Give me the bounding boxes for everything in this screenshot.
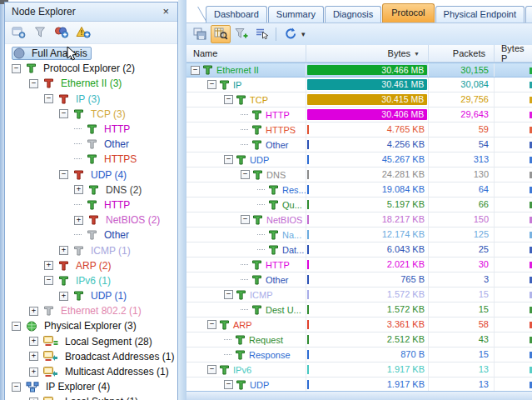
collapse-icon[interactable]: − (241, 215, 250, 224)
collapse-icon[interactable]: − (29, 79, 38, 88)
tree-item-dns-2[interactable]: +DNS (2) (5, 182, 177, 198)
tree-item-ethernet-802-2-1[interactable]: +Ethernet 802.2 (1) (5, 303, 177, 318)
expand-icon[interactable]: + (29, 337, 38, 346)
tree-item-http[interactable]: HTTP (5, 122, 177, 137)
expand-icon[interactable]: + (59, 246, 68, 255)
add-alarm-button[interactable] (73, 24, 93, 41)
tree-item-protocol-explorer-2[interactable]: −Protocol Explorer (2) (5, 61, 177, 76)
tree-item-ethernet-ii-3[interactable]: −Ethernet II (3) (5, 76, 177, 91)
tab-diagnosis[interactable]: Diagnosis (325, 6, 381, 22)
tree-item-broadcast-addresses-1[interactable]: +Broadcast Addresses (1) (5, 349, 177, 364)
protocol-row-res[interactable]: Res...19.084 KB64 (186, 182, 532, 198)
tree-item-other[interactable]: Other (5, 228, 177, 242)
collapse-icon[interactable]: − (207, 80, 216, 89)
cell-bytes: 24.281 KB (306, 168, 429, 182)
collapse-icon[interactable]: − (12, 382, 21, 392)
protocol-row-https[interactable]: HTTPS4.765 KB59 (186, 122, 532, 138)
expand-icon[interactable]: + (44, 261, 53, 270)
protocol-row-other[interactable]: Other4.256 KB54 (186, 138, 532, 152)
protocol-row-netbios[interactable]: −NetBIOS18.217 KB150 (186, 212, 532, 228)
tree-item-arp-2[interactable]: +ARP (2) (5, 258, 177, 273)
tree-item-multicast-addresses-1[interactable]: +Multicast Addresses (1) (5, 364, 177, 379)
tab-summary[interactable]: Summary (268, 6, 324, 22)
tab-physical-endpoint[interactable]: Physical Endpoint (435, 6, 525, 22)
protocol-row-na[interactable]: Na...12.174 KB125 (186, 228, 532, 242)
protocol-row-http[interactable]: HTTP30.406 MB29,643 (186, 108, 532, 122)
collapse-icon[interactable]: − (241, 170, 250, 179)
protocol-row-ip[interactable]: −IP30.461 MB30,084 (186, 78, 532, 92)
locate-node-button[interactable] (252, 26, 271, 42)
protocol-row-qu[interactable]: Qu...5.197 KB66 (186, 198, 532, 212)
refresh-button[interactable] (281, 26, 300, 42)
close-icon[interactable]: × (161, 3, 171, 20)
protocol-row-ipv6[interactable]: −IPv61.917 KB13 (186, 362, 532, 378)
collapse-icon[interactable]: − (224, 155, 233, 164)
tree-item-netbios-2[interactable]: +NetBIOS (2) (5, 212, 177, 228)
protocol-row-arp[interactable]: −ARP3.361 KB58 (186, 318, 532, 332)
tree-item-udp-4[interactable]: −UDP (4) (5, 168, 177, 182)
protocol-row-response[interactable]: Response870 B15 (186, 348, 532, 362)
tab-dashboard[interactable]: Dashboard (206, 6, 267, 22)
tree-connector (257, 234, 265, 236)
tab-protocol[interactable]: Protocol (382, 3, 434, 22)
add-profile-button[interactable] (8, 24, 28, 41)
protocol-row-tcp[interactable]: −TCP30.415 MB29,756 (186, 92, 532, 108)
collapse-icon[interactable]: − (224, 290, 233, 299)
protocol-row-dns[interactable]: −DNS24.281 KB130 (186, 168, 532, 182)
collapse-icon[interactable]: − (59, 170, 68, 179)
expand-icon[interactable]: + (29, 307, 38, 316)
collapse-icon[interactable]: − (224, 380, 233, 389)
tree-item-icmp-1[interactable]: +ICMP (1) (5, 242, 177, 258)
tree-item-tcp-3[interactable]: −TCP (3) (5, 107, 177, 122)
tree-item-ipv6-1[interactable]: −IPv6 (1) (5, 273, 177, 288)
collapse-icon[interactable]: − (12, 64, 21, 73)
protocol-row-request[interactable]: Request2.512 KB43 (186, 332, 532, 348)
expand-icon[interactable]: + (74, 216, 83, 225)
protocol-row-dat[interactable]: Dat...6.043 KB25 (186, 242, 532, 258)
column-header-bytes[interactable]: Bytes▼ (306, 45, 429, 62)
tree-item-http[interactable]: HTTP (5, 198, 177, 212)
collapse-icon[interactable]: − (59, 109, 68, 118)
tab-ip-endpoint[interactable]: IP Endpoint (525, 6, 532, 22)
column-header-bytes-p[interactable]: Bytes P (495, 45, 532, 62)
collapse-icon[interactable]: − (44, 276, 53, 285)
protocol-row-icmp[interactable]: −ICMP1.572 KB15 (186, 288, 532, 302)
tree-item-udp-1[interactable]: +UDP (1) (5, 288, 177, 303)
tree-item-other[interactable]: Other (5, 137, 177, 152)
filter-button[interactable] (30, 24, 50, 41)
collapse-icon[interactable]: − (207, 320, 216, 329)
collapse-icon[interactable]: − (191, 66, 200, 75)
collapse-icon[interactable]: − (207, 365, 216, 374)
tree-item-physical-explorer-3[interactable]: −Physical Explorer (3) (5, 318, 177, 333)
collapse-icon[interactable]: − (12, 322, 21, 331)
collapse-icon[interactable]: − (224, 95, 233, 104)
tree-item-ip-explorer-4[interactable]: −IP Explorer (4) (5, 379, 177, 394)
protocol-row-http[interactable]: HTTP2.021 KB30 (186, 258, 532, 272)
cell-name: HTTP (186, 258, 306, 272)
horizontal-scrollbar[interactable] (186, 391, 532, 400)
protocol-row-other[interactable]: Other765 B3 (186, 272, 532, 288)
tree-item-full-analysis[interactable]: Full Analysis (5, 46, 177, 61)
add-node-group-button[interactable] (52, 24, 72, 41)
panel-splitter[interactable] (178, 0, 186, 400)
protocol-row-ethernet-ii[interactable]: −Ethernet II30.466 MB30,155 (186, 62, 532, 78)
bytes-bar (307, 245, 309, 254)
collapse-icon[interactable]: − (44, 94, 53, 103)
export-button[interactable] (191, 26, 209, 42)
display-filter-button[interactable] (211, 25, 231, 43)
tree-item-local-subnet-1[interactable]: +Local Subnet (1) (5, 394, 177, 400)
column-header-packets[interactable]: Packets (429, 45, 495, 62)
expand-icon[interactable]: + (29, 368, 38, 377)
tree-item-https[interactable]: HTTPS (5, 152, 177, 167)
expand-icon[interactable]: + (59, 292, 68, 301)
tree-item-ip-3[interactable]: −IP (3) (5, 92, 177, 107)
refresh-dropdown[interactable]: ▾ (301, 30, 306, 38)
add-filter-button[interactable] (232, 26, 251, 42)
tree-item-local-segment-28[interactable]: +Local Segment (28) (5, 334, 177, 349)
column-header-name[interactable]: Name (186, 45, 306, 62)
cell-bytes: 3.361 KB (306, 318, 429, 332)
protocol-row-udp[interactable]: −UDP45.267 KB313 (186, 152, 532, 168)
expand-icon[interactable]: + (74, 185, 83, 194)
expand-icon[interactable]: + (29, 352, 38, 361)
protocol-row-dest-u[interactable]: Dest U...1.572 KB15 (186, 302, 532, 318)
